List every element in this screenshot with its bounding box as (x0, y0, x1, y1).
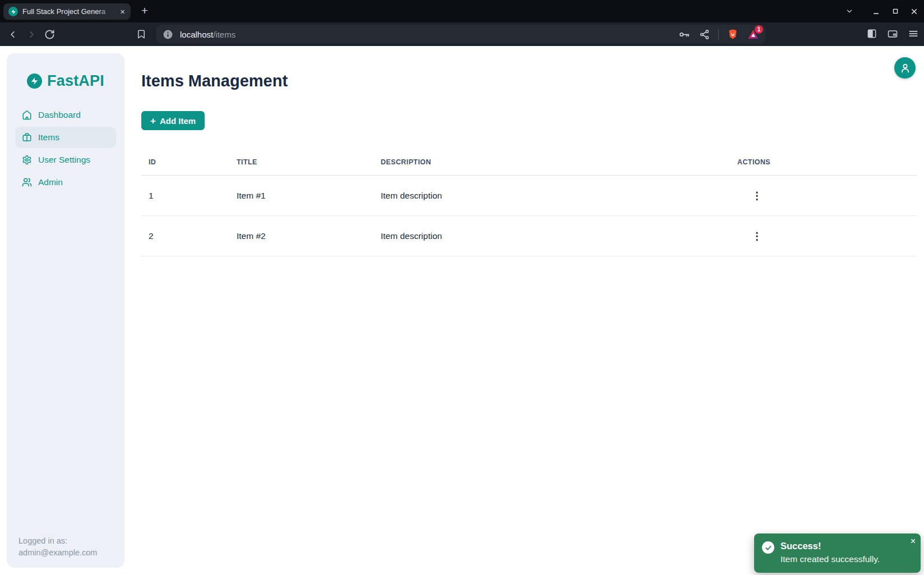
tab-close-icon[interactable]: × (118, 7, 127, 16)
site-info-icon[interactable] (163, 29, 173, 40)
toast-title: Success! (780, 541, 880, 551)
sidebar-item-items[interactable]: Items (15, 127, 116, 148)
side-panel-icon[interactable] (866, 27, 878, 40)
window-maximize-button[interactable] (891, 7, 899, 16)
app-logo: FastAPI (7, 53, 124, 90)
column-header-actions: ACTIONS (737, 151, 917, 176)
plus-icon: + (150, 116, 156, 126)
password-key-icon[interactable] (678, 28, 690, 40)
browser-toolbar: localhost/items 1 (0, 22, 924, 46)
reload-button[interactable] (43, 27, 56, 41)
gear-icon (22, 155, 32, 165)
browser-tab-strip: Full Stack Project Genera × + (0, 0, 924, 22)
sidebar-item-admin[interactable]: Admin (15, 172, 116, 193)
fastapi-bolt-icon (27, 73, 42, 89)
sidebar-item-dashboard[interactable]: Dashboard (15, 104, 116, 126)
cell-id: 2 (141, 216, 237, 256)
bookmark-icon[interactable] (135, 27, 148, 41)
home-icon (22, 110, 32, 120)
sidebar-item-label: User Settings (38, 155, 90, 165)
share-icon[interactable] (698, 28, 710, 40)
urlbar-divider (718, 29, 719, 40)
page-title: Items Management (141, 72, 288, 90)
toast-message: Item created successfully. (780, 554, 880, 564)
toolbar-right-icons (866, 27, 920, 40)
cell-actions: ⋮ (737, 216, 917, 256)
row-actions-menu-button[interactable]: ⋮ (749, 230, 765, 242)
cell-description: Item description (381, 176, 737, 216)
page-content: FastAPI Dashboard Items User Settings Ad… (0, 46, 924, 575)
sidebar-item-user-settings[interactable]: User Settings (15, 149, 116, 171)
wallet-icon[interactable] (886, 27, 899, 40)
app-logo-text: FastAPI (47, 72, 104, 90)
user-avatar-button[interactable] (894, 57, 916, 79)
row-actions-menu-button[interactable]: ⋮ (749, 190, 765, 202)
window-close-button[interactable] (910, 7, 918, 16)
logged-in-label: Logged in as: (19, 535, 97, 547)
add-item-button[interactable]: + Add Item (141, 111, 205, 130)
column-header-description: DESCRIPTION (381, 151, 737, 176)
toast-body: Success! Item created successfully. (780, 541, 880, 566)
browser-tab[interactable]: Full Stack Project Genera × (3, 3, 131, 20)
check-circle-icon (762, 541, 774, 554)
success-toast: Success! Item created successfully. × (754, 533, 921, 573)
user-avatar-icon (899, 62, 911, 74)
rewards-notification-badge: 1 (755, 25, 763, 34)
brave-shield-icon[interactable] (727, 28, 739, 40)
cell-title: Item #2 (237, 216, 381, 256)
url-host: localhost (180, 30, 213, 39)
logged-in-info: Logged in as: admin@example.com (19, 535, 97, 559)
column-header-id: ID (141, 151, 237, 176)
items-table: ID TITLE DESCRIPTION ACTIONS 1 Item #1 I… (141, 151, 917, 256)
tab-title: Full Stack Project Genera (22, 7, 114, 16)
cell-description: Item description (381, 216, 737, 256)
table-row: 2 Item #2 Item description ⋮ (141, 216, 917, 256)
url-text: localhost/items (180, 30, 235, 39)
forward-button[interactable] (25, 27, 38, 41)
url-path: /items (213, 30, 235, 39)
cell-actions: ⋮ (737, 176, 917, 216)
table-header-row: ID TITLE DESCRIPTION ACTIONS (141, 151, 917, 176)
window-controls (845, 0, 918, 22)
sidebar: FastAPI Dashboard Items User Settings Ad… (7, 53, 124, 568)
window-minimize-button[interactable] (872, 7, 880, 16)
sidebar-item-label: Admin (38, 177, 63, 187)
address-bar[interactable]: localhost/items 1 (156, 25, 766, 44)
back-button[interactable] (6, 27, 19, 41)
tab-search-chevron-icon[interactable] (845, 7, 853, 16)
new-tab-button[interactable]: + (138, 4, 151, 18)
column-header-title: TITLE (237, 151, 381, 176)
brave-rewards-icon[interactable]: 1 (747, 28, 759, 40)
briefcase-icon (22, 132, 32, 142)
logged-in-email: admin@example.com (19, 547, 97, 559)
items-table-wrap: ID TITLE DESCRIPTION ACTIONS 1 Item #1 I… (141, 151, 917, 256)
add-item-label: Add Item (160, 116, 196, 126)
users-icon (22, 177, 32, 187)
sidebar-item-label: Items (38, 132, 59, 142)
toast-close-icon[interactable]: × (911, 537, 916, 546)
cell-id: 1 (141, 176, 237, 216)
cell-title: Item #1 (237, 176, 381, 216)
table-row: 1 Item #1 Item description ⋮ (141, 176, 917, 216)
sidebar-nav: Dashboard Items User Settings Admin (7, 104, 124, 193)
sidebar-item-label: Dashboard (38, 110, 81, 120)
fastapi-favicon-icon (8, 7, 18, 16)
menu-hamburger-icon[interactable] (907, 27, 920, 40)
